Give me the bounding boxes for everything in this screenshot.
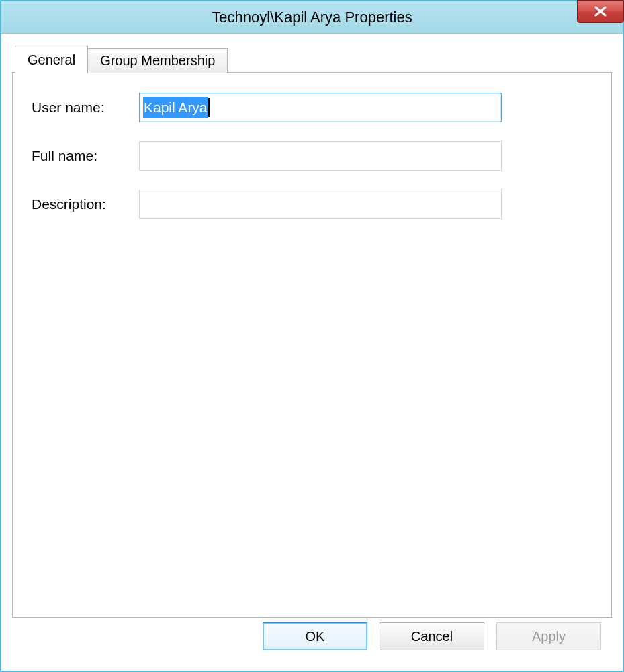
ok-button[interactable]: OK	[263, 622, 367, 650]
tab-general[interactable]: General	[15, 46, 88, 73]
close-icon	[594, 6, 607, 17]
username-input-wrap: Kapil Arya	[139, 93, 502, 122]
apply-button[interactable]: Apply	[496, 622, 601, 650]
close-button[interactable]	[577, 0, 624, 23]
row-description: Description:	[32, 190, 592, 219]
window-title: Technoyl\Kapil Arya Properties	[212, 9, 412, 26]
apply-button-label: Apply	[532, 629, 566, 644]
tab-label: General	[28, 52, 75, 68]
dialog-button-row: OK Cancel Apply	[12, 618, 612, 660]
tab-panel-general: User name: Kapil Arya Full name: Descrip…	[12, 72, 612, 618]
row-username: User name: Kapil Arya	[32, 93, 592, 122]
fullname-label: Full name:	[32, 148, 139, 164]
description-input[interactable]	[139, 190, 502, 219]
row-fullname: Full name:	[32, 141, 592, 171]
tab-strip: General Group Membership	[15, 44, 612, 73]
description-label: Description:	[32, 196, 139, 212]
cancel-button-label: Cancel	[411, 629, 453, 644]
fullname-input[interactable]	[139, 141, 502, 171]
properties-dialog: Technoyl\Kapil Arya Properties General G…	[0, 0, 624, 672]
username-label: User name:	[32, 99, 139, 116]
username-input[interactable]	[139, 93, 502, 122]
tab-group-membership[interactable]: Group Membership	[87, 48, 228, 73]
titlebar[interactable]: Technoyl\Kapil Arya Properties	[1, 1, 623, 34]
tab-label: Group Membership	[100, 53, 215, 69]
client-area: General Group Membership User name: Kapi…	[1, 34, 623, 671]
tab-container: General Group Membership User name: Kapi…	[12, 44, 612, 618]
cancel-button[interactable]: Cancel	[380, 622, 484, 650]
ok-button-label: OK	[306, 629, 325, 644]
